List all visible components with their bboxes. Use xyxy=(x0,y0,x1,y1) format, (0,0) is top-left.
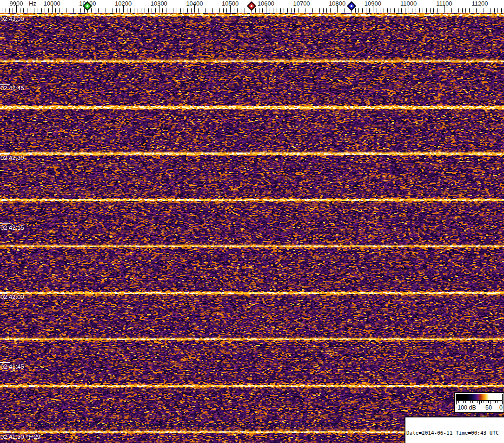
ruler-tick xyxy=(326,8,327,13)
ruler-tick xyxy=(187,8,188,13)
cs-label-max: 0 xyxy=(499,404,503,411)
ruler-tick xyxy=(180,8,181,13)
ruler-frequency-label: 10300 xyxy=(151,0,167,7)
ruler-tick xyxy=(98,8,99,13)
ruler-tick xyxy=(205,8,206,13)
detection-status-line: 20140611004129868 hCnt9 nb-78 f10806 hit… xyxy=(26,422,342,429)
ruler-tick xyxy=(458,8,459,13)
color-scale: -100 dB -50 0 xyxy=(454,392,504,413)
ruler-tick xyxy=(173,8,173,13)
ruler-tick xyxy=(501,8,502,13)
ruler-tick xyxy=(391,8,391,13)
ruler-tick xyxy=(426,8,427,13)
ruler-tick xyxy=(412,8,412,13)
colorscale-tick xyxy=(491,401,491,404)
ruler-tick xyxy=(497,8,498,13)
ruler-tick xyxy=(469,8,470,13)
colorscale-tick xyxy=(502,401,503,404)
colorscale-tick xyxy=(493,401,493,403)
ruler-tick xyxy=(362,8,363,13)
cs-label-mid: -50 xyxy=(484,404,492,411)
ruler-tick xyxy=(237,8,238,13)
ruler-tick xyxy=(38,8,38,13)
cs-label-min: -100 dB xyxy=(456,404,476,411)
ruler-tick xyxy=(234,8,234,13)
colorscale-tick xyxy=(468,401,468,404)
ruler-tick xyxy=(330,8,331,13)
waterfall-display: 20140611004129868 hCnt9 nb-78 f10806 hit… xyxy=(0,13,504,443)
ruler-tick xyxy=(273,8,273,13)
ruler-tick xyxy=(113,8,113,13)
ruler-tick xyxy=(334,8,334,13)
ruler-tick xyxy=(298,8,298,13)
ruler-tick xyxy=(191,8,192,13)
ruler-tick xyxy=(270,8,270,13)
ruler-tick xyxy=(170,8,170,13)
ruler-frequency-label: 10400 xyxy=(186,0,203,7)
info-date-time: Date=2014-06-11 Time=00:43 UTC xyxy=(406,430,504,436)
ruler-tick xyxy=(319,8,320,13)
ruler-tick xyxy=(398,8,398,13)
ruler-tick xyxy=(91,8,92,13)
ruler-tick xyxy=(248,8,248,13)
ruler-tick xyxy=(70,8,70,13)
ruler-tick xyxy=(369,8,370,13)
ruler-tick xyxy=(127,8,127,13)
ruler-tick xyxy=(162,8,163,13)
ruler-tick xyxy=(476,8,477,13)
ruler-tick xyxy=(66,8,66,13)
ruler-tick xyxy=(55,8,56,13)
ruler-tick xyxy=(473,8,473,13)
ruler-tick xyxy=(245,8,245,13)
ruler-tick xyxy=(202,8,202,13)
ruler-tick xyxy=(312,8,313,13)
ruler-tick xyxy=(130,8,131,13)
spectrogram-canvas xyxy=(0,13,504,443)
ruler-tick xyxy=(491,8,491,13)
ruler-tick xyxy=(41,8,42,13)
ruler-tick xyxy=(316,8,316,13)
ruler-tick xyxy=(355,8,356,13)
ruler-tick xyxy=(284,8,284,13)
ruler-tick xyxy=(437,8,438,13)
ruler-frequency-label: 10600 xyxy=(258,0,274,7)
ruler-tick xyxy=(116,8,117,13)
ruler-tick xyxy=(13,8,13,13)
ruler-tick xyxy=(23,8,24,13)
colorscale-tick xyxy=(458,401,459,403)
ruler-tick xyxy=(416,8,416,13)
ruler-tick xyxy=(9,8,10,13)
colorscale-tick xyxy=(477,401,477,403)
ruler-tick xyxy=(77,8,77,13)
ruler-tick xyxy=(106,8,106,13)
color-scale-labels: -100 dB -50 0 xyxy=(456,404,503,411)
colorscale-tick xyxy=(486,401,486,403)
ruler-tick xyxy=(323,8,324,13)
time-label: 02:42:00 xyxy=(0,293,24,300)
ruler-tick xyxy=(198,8,199,13)
ruler-tick xyxy=(430,8,431,13)
ruler-tick xyxy=(262,8,263,13)
ruler-tick xyxy=(259,8,259,13)
ruler-tick xyxy=(384,8,384,13)
time-label: 02:42:45 xyxy=(0,85,24,92)
time-label: 02:43:00 xyxy=(0,15,24,22)
ruler-tick xyxy=(31,8,31,13)
colorscale-tick xyxy=(497,401,498,403)
frequency-ruler: Hz 9900100001010010200103001040010500106… xyxy=(0,0,504,13)
ruler-tick xyxy=(462,8,463,13)
ruler-tick xyxy=(223,8,224,13)
colorscale-tick xyxy=(500,401,500,403)
ruler-tick xyxy=(451,8,452,13)
colorscale-tick xyxy=(495,401,496,403)
ruler-tick xyxy=(241,8,241,13)
ruler-frequency-label: 11200 xyxy=(471,0,488,7)
ruler-tick xyxy=(148,8,149,13)
ruler-tick xyxy=(27,8,27,13)
ruler-tick xyxy=(216,8,216,13)
ruler-tick xyxy=(95,8,95,13)
ruler-tick xyxy=(448,8,448,13)
ruler-frequency-label: 10500 xyxy=(222,0,239,7)
color-gradient-bar xyxy=(456,394,503,401)
ruler-tick xyxy=(377,8,377,13)
